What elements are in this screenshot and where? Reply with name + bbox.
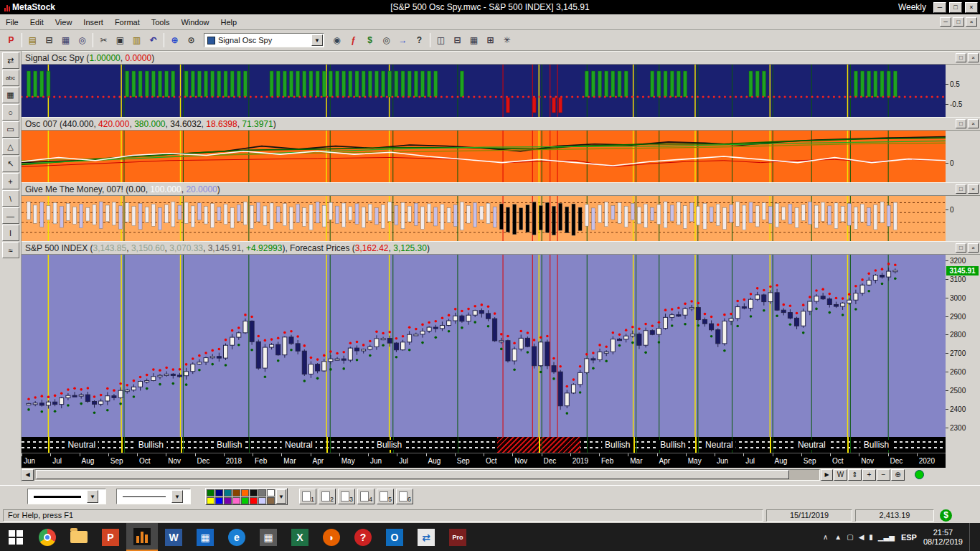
power-console-icon[interactable]: P <box>3 32 19 48</box>
taskbar-help-icon[interactable]: ? <box>347 523 379 551</box>
zigzag-tool-icon[interactable]: ≈ <box>2 242 19 258</box>
pane-restore-button[interactable]: □ <box>956 53 966 62</box>
line-style-dropdown-arrow[interactable]: ▼ <box>87 490 98 503</box>
open-chart-icon[interactable]: ▤ <box>24 32 41 48</box>
color-swatch[interactable] <box>241 489 249 496</box>
color-swatch[interactable] <box>258 497 266 504</box>
mdi-restore-button[interactable]: □ <box>953 17 964 27</box>
cursor-tool-icon[interactable]: I <box>2 225 19 241</box>
taskbar-pro-icon[interactable]: Pro <box>442 523 473 551</box>
zoom-icon[interactable]: ◎ <box>74 32 90 48</box>
taskbar-chrome-icon[interactable] <box>32 523 63 551</box>
start-button[interactable] <box>0 523 32 551</box>
tile-windows-icon[interactable]: ◫ <box>433 32 449 48</box>
expert-advisor-icon[interactable]: → <box>395 32 411 48</box>
chart-template-button-5[interactable]: 5 <box>377 489 394 504</box>
color-swatch[interactable] <box>224 497 232 504</box>
menu-window[interactable]: Window <box>175 16 215 29</box>
chart-osc[interactable] <box>22 131 946 182</box>
tray-icon-1[interactable]: ▲ <box>834 533 842 541</box>
taskbar-powerpoint-icon[interactable]: P <box>95 523 126 551</box>
line-style-selector[interactable]: ▼ <box>27 489 106 504</box>
line-weight-selector[interactable]: ▼ <box>116 489 191 504</box>
tray-icon-4[interactable]: ▮ <box>869 533 873 541</box>
plus-tool-icon[interactable]: + <box>2 173 19 189</box>
chart-price[interactable] <box>22 255 946 437</box>
menu-help[interactable]: Help <box>215 16 243 29</box>
taskbar-outlook-icon[interactable]: O <box>379 523 410 551</box>
dollar-icon[interactable]: $ <box>362 32 378 48</box>
chart-template-button-3[interactable]: 3 <box>338 489 355 504</box>
color-swatch[interactable] <box>224 489 232 496</box>
show-desktop-button[interactable] <box>969 523 973 551</box>
chart-template-button-6[interactable]: 6 <box>396 489 413 504</box>
color-swatch[interactable] <box>215 497 223 504</box>
minimize-button[interactable]: ─ <box>933 2 946 13</box>
ellipse-tool-icon[interactable]: ○ <box>2 104 19 121</box>
cascade-windows-icon[interactable]: ⊟ <box>449 32 466 48</box>
restore-button[interactable]: □ <box>949 2 962 13</box>
menu-edit[interactable]: Edit <box>24 16 50 29</box>
page-layout-icon[interactable]: ▦ <box>57 32 74 48</box>
taskbar-metastock-icon[interactable] <box>126 523 158 551</box>
color-swatch[interactable] <box>241 497 249 504</box>
chart-template-button-1[interactable]: 1 <box>299 489 316 504</box>
pane-close-button[interactable]: × <box>968 243 979 253</box>
chart-signal[interactable] <box>22 65 946 117</box>
color-swatch[interactable] <box>267 489 275 496</box>
color-swatch[interactable] <box>207 497 215 504</box>
color-swatch[interactable] <box>207 489 215 496</box>
magnify-icon[interactable]: ⊙ <box>183 32 199 48</box>
indicator-quicklist-icon[interactable]: ◉ <box>329 32 345 48</box>
pane-close-button[interactable]: × <box>968 53 979 62</box>
undo-icon[interactable]: ↶ <box>145 32 161 48</box>
tray-icon-3[interactable]: ◀ <box>859 533 864 541</box>
grid-tool-icon[interactable]: ▦ <box>2 87 19 103</box>
pointer-tool-icon[interactable]: ↖ <box>2 156 19 172</box>
taskbar-bluetile-icon[interactable]: ▦ <box>189 523 221 551</box>
splitter-tool-icon[interactable]: ⇄ <box>2 52 19 69</box>
tray-chevron-icon[interactable]: ∧ <box>823 533 828 541</box>
rectangle-tool-icon[interactable]: ▭ <box>2 121 19 138</box>
tray-icon-5[interactable]: ▁▃▅ <box>878 533 895 541</box>
chart-money[interactable] <box>22 196 946 241</box>
menu-tools[interactable]: Tools <box>146 16 176 29</box>
color-palette-selector[interactable]: ▼ <box>205 488 288 505</box>
mdi-close-button[interactable]: × <box>966 17 977 27</box>
color-swatch[interactable] <box>250 497 258 504</box>
triangle-tool-icon[interactable]: △ <box>2 138 19 155</box>
color-swatch[interactable] <box>232 497 240 504</box>
zoom-out-button[interactable]: − <box>877 469 890 481</box>
print-icon[interactable]: ⊟ <box>41 32 57 48</box>
close-button[interactable]: × <box>965 2 978 13</box>
tray-icon-2[interactable]: ▢ <box>847 533 853 541</box>
cut-icon[interactable]: ✂ <box>95 32 112 48</box>
menu-file[interactable]: File <box>0 16 24 29</box>
paste-icon[interactable]: ▥ <box>128 32 145 48</box>
explorer-binoculars-icon[interactable]: ◎ <box>378 32 395 48</box>
menu-format[interactable]: Format <box>109 16 146 29</box>
taskbar-calculator-icon[interactable]: ▦ <box>253 523 284 551</box>
copy-icon[interactable]: ▣ <box>112 32 128 48</box>
scrollbar-thumb[interactable] <box>36 470 789 479</box>
combo-dropdown-arrow[interactable]: ▼ <box>311 34 323 46</box>
scrollbar-track[interactable] <box>34 469 820 481</box>
options-gear-icon[interactable]: ✳ <box>499 32 515 48</box>
color-swatch[interactable] <box>232 489 240 496</box>
pane-restore-button[interactable]: □ <box>956 243 966 253</box>
help-pointer-icon[interactable]: ? <box>411 32 428 48</box>
scroll-left-button[interactable]: ◀ <box>22 469 34 481</box>
taskbar-word-icon[interactable]: W <box>158 523 189 551</box>
taskbar-ie-icon[interactable]: e <box>221 523 253 551</box>
chart-grid-icon[interactable]: ▦ <box>466 32 482 48</box>
color-swatch[interactable] <box>215 489 223 496</box>
trendline-tool-icon[interactable]: \ <box>2 190 19 207</box>
taskbar-clock[interactable]: 21:57 08/12/2019 <box>923 528 963 547</box>
vertical-scale-button[interactable]: ⇕ <box>848 469 862 481</box>
pane-restore-button[interactable]: □ <box>956 119 966 128</box>
chart-template-button-2[interactable]: 2 <box>319 489 336 504</box>
menu-insert[interactable]: Insert <box>77 16 109 29</box>
weekly-periodicity-button[interactable]: W <box>834 469 847 481</box>
scroll-right-button[interactable]: ▶ <box>821 469 833 481</box>
pane-restore-button[interactable]: □ <box>956 184 966 194</box>
